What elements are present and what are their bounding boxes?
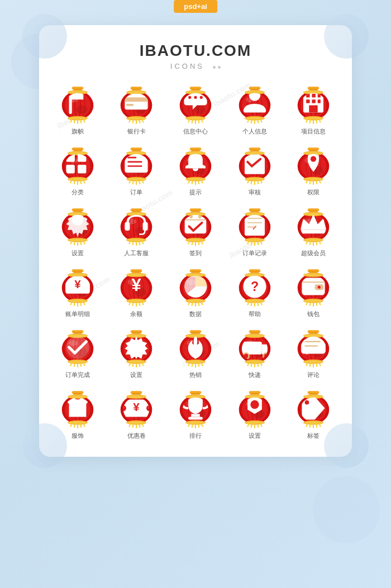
icon-item-coupon[interactable]: ¥ 优惠卷 bbox=[109, 388, 164, 440]
icon-label-clothing: 服饰 bbox=[71, 432, 84, 440]
icon-item-ranking[interactable]: 排行 bbox=[168, 388, 223, 440]
svg-line-94 bbox=[316, 119, 317, 123]
icon-item-info-center[interactable]: 信息中心 bbox=[168, 84, 223, 136]
lantern-hint bbox=[175, 145, 216, 185]
svg-point-27 bbox=[126, 91, 146, 94]
lantern-order-record: ✓ bbox=[235, 205, 275, 246]
svg-rect-508 bbox=[73, 393, 82, 395]
svg-rect-168 bbox=[250, 150, 259, 151]
icon-item-category[interactable]: 分类 bbox=[50, 145, 105, 197]
icon-item-wallet[interactable]: 钱包 bbox=[286, 266, 341, 318]
svg-line-343 bbox=[140, 302, 140, 305]
svg-point-138 bbox=[126, 178, 146, 180]
svg-rect-207 bbox=[73, 211, 82, 212]
lantern-order-complete bbox=[58, 327, 98, 367]
svg-line-323 bbox=[80, 302, 81, 305]
lantern-info-center bbox=[175, 84, 216, 124]
svg-point-50 bbox=[185, 117, 206, 119]
svg-line-362 bbox=[198, 302, 199, 305]
svg-line-221 bbox=[80, 241, 81, 245]
lantern-bank-card bbox=[116, 84, 156, 124]
svg-line-419 bbox=[74, 363, 74, 366]
svg-line-257 bbox=[192, 241, 193, 245]
svg-rect-40 bbox=[191, 89, 199, 90]
lantern-settings2 bbox=[116, 327, 156, 367]
svg-rect-100 bbox=[306, 99, 309, 103]
icon-item-order-record[interactable]: ✓ 订单记录 bbox=[227, 205, 282, 257]
lantern-super-member bbox=[293, 205, 333, 246]
icon-item-hot-sale[interactable]: 热销 bbox=[168, 327, 223, 379]
svg-line-398 bbox=[310, 302, 311, 305]
lantern-balance: ¥ bbox=[116, 266, 156, 307]
svg-point-255 bbox=[185, 238, 206, 241]
icon-item-order-complete[interactable]: 订单完成 bbox=[50, 327, 105, 379]
svg-rect-241 bbox=[125, 222, 130, 231]
lantern-settings3 bbox=[235, 388, 275, 428]
svg-rect-106 bbox=[73, 150, 82, 151]
icon-item-comment[interactable]: 评论 bbox=[286, 327, 341, 379]
lantern-settings bbox=[58, 205, 98, 246]
svg-rect-366 bbox=[250, 271, 259, 273]
svg-rect-329 bbox=[132, 271, 141, 273]
svg-point-376 bbox=[245, 299, 265, 302]
svg-rect-36 bbox=[125, 97, 148, 102]
svg-rect-407 bbox=[73, 332, 82, 334]
svg-rect-225 bbox=[132, 211, 141, 212]
svg-line-279 bbox=[251, 241, 251, 245]
svg-rect-188 bbox=[309, 150, 317, 151]
svg-rect-487 bbox=[309, 332, 317, 334]
icon-item-bill-detail[interactable]: ¥ 账单明细 bbox=[50, 266, 105, 318]
icon-item-bank-card[interactable]: 银行卡 bbox=[109, 84, 164, 136]
icon-item-express[interactable]: 快递 bbox=[227, 327, 282, 379]
icon-item-review[interactable]: 审核 bbox=[227, 145, 282, 197]
icon-item-balance[interactable]: ¥ 余额 bbox=[109, 266, 164, 318]
svg-text:¥: ¥ bbox=[133, 400, 140, 413]
icon-item-personal-info[interactable]: 个人信息 bbox=[227, 84, 282, 136]
svg-point-472 bbox=[245, 334, 265, 337]
icon-item-super-member[interactable]: 超级会员 bbox=[286, 205, 341, 257]
icon-item-order[interactable]: 订单 bbox=[109, 145, 164, 197]
icon-item-hint[interactable]: 提示 bbox=[168, 145, 223, 197]
svg-point-58 bbox=[200, 96, 203, 99]
lantern-project-info bbox=[293, 84, 333, 124]
svg-point-497 bbox=[303, 360, 323, 363]
svg-line-237 bbox=[133, 241, 133, 245]
svg-line-478 bbox=[258, 363, 258, 366]
icon-item-data[interactable]: 数据 bbox=[168, 266, 223, 318]
svg-point-235 bbox=[126, 238, 146, 241]
lantern-clothing bbox=[58, 388, 98, 428]
icon-item-project-info[interactable]: 项目信息 bbox=[286, 84, 341, 136]
icon-item-customer-service[interactable]: 人工客服 bbox=[109, 205, 164, 257]
icon-item-checkin[interactable]: 签到 bbox=[168, 205, 223, 257]
lantern-coupon: ¥ bbox=[116, 388, 156, 428]
svg-line-259 bbox=[198, 241, 199, 245]
svg-line-601 bbox=[316, 424, 317, 427]
svg-rect-426 bbox=[132, 332, 141, 334]
icon-item-help[interactable]: ? 帮助 bbox=[227, 266, 282, 318]
svg-line-378 bbox=[251, 302, 251, 305]
lantern-comment bbox=[293, 327, 333, 367]
svg-rect-245 bbox=[191, 211, 199, 212]
svg-rect-61 bbox=[250, 89, 259, 90]
icon-item-flag[interactable]: 旗帜 bbox=[50, 84, 105, 136]
icon-item-permission[interactable]: 权限 bbox=[286, 145, 341, 197]
svg-point-300 bbox=[303, 238, 323, 241]
icon-item-settings2[interactable]: 设置 bbox=[109, 327, 164, 379]
svg-rect-306 bbox=[301, 230, 326, 233]
icon-label-wallet: 钱包 bbox=[307, 310, 320, 318]
icon-label-permission: 权限 bbox=[307, 188, 320, 197]
svg-rect-464 bbox=[250, 332, 259, 334]
lantern-tag bbox=[293, 388, 333, 428]
icon-label-super-member: 超级会员 bbox=[301, 249, 326, 257]
svg-rect-564 bbox=[191, 414, 199, 417]
svg-point-90 bbox=[303, 117, 323, 119]
svg-point-394 bbox=[303, 274, 323, 276]
lantern-help: ? bbox=[235, 266, 275, 307]
svg-point-558 bbox=[185, 421, 206, 424]
icon-item-settings3[interactable]: 设置 bbox=[227, 388, 282, 440]
svg-line-538 bbox=[133, 424, 133, 427]
icon-item-settings[interactable]: 设置 bbox=[50, 205, 105, 257]
svg-point-198 bbox=[303, 178, 323, 180]
svg-rect-526 bbox=[132, 393, 141, 395]
svg-rect-37 bbox=[126, 104, 133, 106]
